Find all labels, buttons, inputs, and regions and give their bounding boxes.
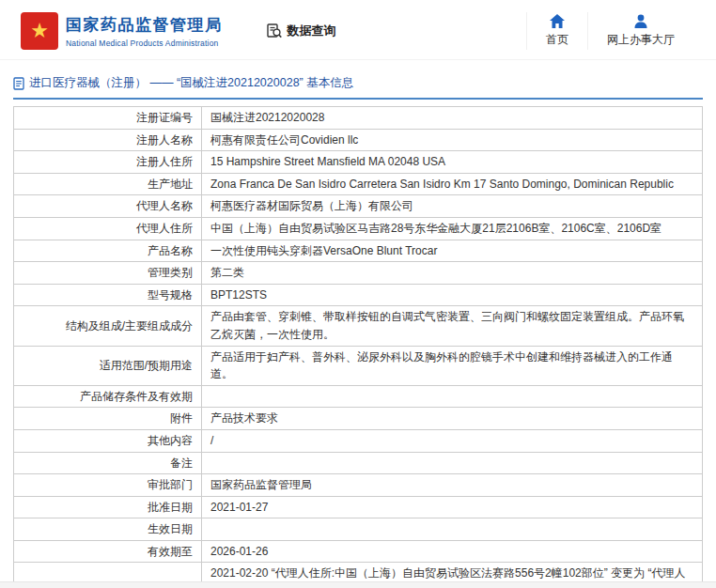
- row-label: 审批部门: [14, 474, 202, 497]
- data-query-icon: [266, 23, 283, 39]
- row-value: 2026-01-26: [202, 540, 703, 563]
- person-icon: [633, 14, 648, 28]
- table-row: 产品名称一次性使用钝头穿刺器VersaOne Blunt Trocar: [14, 240, 703, 262]
- row-label: 备注: [14, 452, 202, 474]
- row-label: 生效日期: [14, 518, 202, 541]
- table-row: 注册证编号国械注进20212020028: [14, 107, 703, 130]
- row-value: [202, 385, 703, 408]
- header-nav: 首页 网上办事大厅: [526, 12, 693, 50]
- table-row: 产品储存条件及有效期: [14, 385, 703, 408]
- registration-info-table: 注册证编号国械注进20212020028注册人名称柯惠有限责任公司Covidie…: [13, 106, 703, 588]
- national-emblem-logo: ★: [21, 12, 58, 50]
- nav-online-hall-label: 网上办事大厅: [607, 32, 675, 48]
- agency-title-block: 国家药品监督管理局 National Medical Products Admi…: [66, 14, 223, 48]
- table-row: 管理类别第二类: [14, 262, 703, 285]
- nav-online-hall[interactable]: 网上办事大厅: [587, 12, 693, 50]
- row-value: 产品适用于妇产科、普外科、泌尿外科以及胸外科的腔镜手术中创建和维持器械进入的工作…: [202, 346, 703, 385]
- breadcrumb: 进口医疗器械（注册） —— “国械注进20212020028” 基本信息: [13, 75, 703, 91]
- row-label: 附件: [14, 408, 202, 430]
- row-value: [202, 452, 703, 474]
- row-value: /: [202, 429, 703, 452]
- row-value: 产品技术要求: [202, 408, 703, 430]
- row-label: 适用范围/预期用途: [14, 346, 202, 385]
- table-row: 有效期至2026-01-26: [14, 540, 703, 563]
- table-row: 注册人名称柯惠有限责任公司Covidien llc: [14, 129, 703, 151]
- breadcrumb-text: 进口医疗器械（注册） —— “国械注进20212020028” 基本信息: [29, 75, 353, 91]
- row-value: 第二类: [202, 262, 703, 285]
- table-row: 其他内容/: [14, 429, 703, 452]
- agency-name-cn: 国家药品监督管理局: [66, 14, 223, 36]
- row-label: 生产地址: [14, 173, 202, 195]
- row-label: 代理人名称: [14, 195, 202, 218]
- table-row: 附件产品技术要求: [14, 408, 703, 430]
- data-query-nav[interactable]: 数据查询: [266, 23, 336, 39]
- table-row: 结构及组成/主要组成成分产品由套管、穿刺锥、带取样按钮的自调式气密装置、三向阀门…: [14, 306, 703, 346]
- home-icon: [550, 14, 565, 28]
- row-label: 其他内容: [14, 429, 202, 452]
- row-value: Zona Franca De San Isidro Carretera San …: [202, 173, 703, 195]
- row-label: 注册证编号: [14, 107, 202, 130]
- row-value: 柯惠有限责任公司Covidien llc: [202, 129, 703, 151]
- table-row: 批准日期2021-01-27: [14, 496, 703, 518]
- row-label: 管理类别: [14, 262, 202, 285]
- row-label: 注册人住所: [14, 151, 202, 174]
- row-value: 国家药品监督管理局: [202, 474, 703, 497]
- table-row: 代理人名称柯惠医疗器材国际贸易（上海）有限公司: [14, 195, 703, 218]
- row-label: 代理人住所: [14, 217, 202, 240]
- table-row: 生产地址Zona Franca De San Isidro Carretera …: [14, 173, 703, 195]
- data-query-label: 数据查询: [288, 23, 336, 39]
- agency-name-en: National Medical Products Administration: [66, 39, 223, 48]
- document-icon: [13, 77, 24, 90]
- row-label: 有效期至: [14, 540, 202, 563]
- row-value: 产品由套管、穿刺锥、带取样按钮的自调式气密装置、三向阀门和螺纹固定装置组成。产品…: [202, 306, 703, 346]
- row-label: 产品名称: [14, 240, 202, 262]
- row-value: 国械注进20212020028: [202, 107, 703, 130]
- nav-home[interactable]: 首页: [526, 12, 587, 50]
- row-value: 柯惠医疗器材国际贸易（上海）有限公司: [202, 195, 703, 218]
- site-header: ★ 国家药品监督管理局 National Medical Products Ad…: [0, 0, 716, 60]
- info-table-body: 注册证编号国械注进20212020028注册人名称柯惠有限责任公司Covidie…: [14, 107, 703, 588]
- row-value: 15 Hampshire Street Mansfield MA 02048 U…: [202, 151, 703, 174]
- row-value: BPT12STS: [202, 284, 703, 306]
- table-row: 代理人住所中国（上海）自由贸易试验区马吉路28号东华金融大厦21层2106B室、…: [14, 217, 703, 240]
- agency-logo-area: ★ 国家药品监督管理局 National Medical Products Ad…: [21, 12, 223, 50]
- row-label: 型号规格: [14, 284, 202, 306]
- row-label: 产品储存条件及有效期: [14, 385, 202, 408]
- nav-home-label: 首页: [546, 32, 568, 48]
- row-label: 批准日期: [14, 496, 202, 518]
- table-row: 生效日期: [14, 518, 703, 541]
- row-label: 结构及组成/主要组成成分: [14, 306, 202, 346]
- row-value: [202, 518, 703, 541]
- breadcrumb-divider: [13, 98, 703, 100]
- table-row: 备注: [14, 452, 703, 474]
- row-value: 中国（上海）自由贸易试验区马吉路28号东华金融大厦21层2106B室、2106C…: [202, 217, 703, 240]
- footer-strip: [0, 581, 716, 588]
- table-row: 适用范围/预期用途产品适用于妇产科、普外科、泌尿外科以及胸外科的腔镜手术中创建和…: [14, 346, 703, 385]
- table-row: 审批部门国家药品监督管理局: [14, 474, 703, 497]
- row-label: 注册人名称: [14, 129, 202, 151]
- table-row: 型号规格BPT12STS: [14, 284, 703, 306]
- row-value: 一次性使用钝头穿刺器VersaOne Blunt Trocar: [202, 240, 703, 262]
- row-value: 2021-01-27: [202, 496, 703, 518]
- table-row: 注册人住所15 Hampshire Street Mansfield MA 02…: [14, 151, 703, 174]
